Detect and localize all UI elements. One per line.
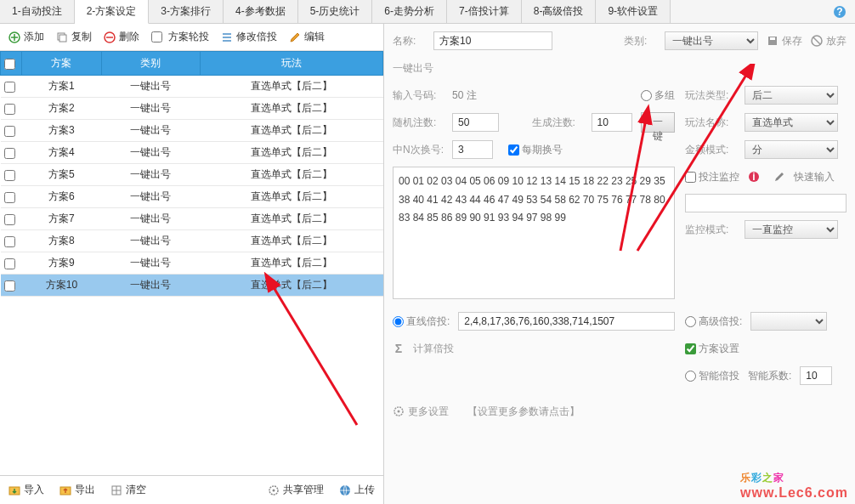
row-checkbox[interactable] bbox=[4, 170, 15, 181]
table-row[interactable]: 方案3一键出号直选单式【后二】 bbox=[1, 120, 383, 142]
export-button[interactable]: 导出 bbox=[59, 483, 95, 497]
cat-select[interactable]: 一键出号 bbox=[665, 31, 758, 50]
row-checkbox[interactable] bbox=[4, 192, 15, 203]
playtype-label: 玩法类型: bbox=[685, 88, 736, 103]
table-row[interactable]: 方案4一键出号直选单式【后二】 bbox=[1, 142, 383, 164]
table-row[interactable]: 方案2一键出号直选单式【后二】 bbox=[1, 98, 383, 120]
calcbet-button[interactable]: Σ 计算倍投 bbox=[393, 338, 675, 359]
info-icon[interactable]: i bbox=[748, 171, 760, 183]
planset-checkbox[interactable]: 方案设置 bbox=[685, 342, 739, 356]
svg-point-10 bbox=[273, 489, 275, 491]
inputnum-label: 输入号码: bbox=[393, 88, 444, 103]
rand-input[interactable] bbox=[452, 113, 499, 132]
each-checkbox[interactable]: 每期换号 bbox=[508, 143, 563, 157]
cell-plan: 方案7 bbox=[22, 208, 102, 230]
row-checkbox[interactable] bbox=[4, 280, 15, 292]
upload-button[interactable]: 上传 bbox=[339, 483, 375, 497]
playtype-select[interactable]: 后二 bbox=[745, 86, 838, 105]
tab-6[interactable]: 7-倍投计算 bbox=[447, 0, 522, 23]
row-checkbox[interactable] bbox=[4, 104, 15, 115]
table-row[interactable]: 方案7一键出号直选单式【后二】 bbox=[1, 208, 383, 230]
table-row[interactable]: 方案1一键出号直选单式【后二】 bbox=[1, 76, 383, 98]
tab-5[interactable]: 6-走势分析 bbox=[372, 0, 447, 23]
export-icon bbox=[59, 484, 71, 496]
row-checkbox[interactable] bbox=[4, 236, 15, 247]
cell-cat: 一键出号 bbox=[101, 98, 200, 120]
cell-plan: 方案10 bbox=[22, 275, 102, 297]
section-title: 一键出号 bbox=[393, 61, 433, 76]
share-button[interactable]: 共享管理 bbox=[268, 483, 324, 497]
tab-8[interactable]: 9-软件设置 bbox=[596, 0, 671, 23]
table-row[interactable]: 方案8一键出号直选单式【后二】 bbox=[1, 230, 383, 252]
add-button[interactable]: 添加 bbox=[8, 30, 44, 44]
monitor-checkbox[interactable]: 投注监控 bbox=[685, 170, 739, 184]
linebet-radio[interactable]: 直线倍投: bbox=[393, 314, 450, 329]
quickin-label[interactable]: 快速输入 bbox=[794, 170, 835, 184]
select-all-checkbox[interactable] bbox=[4, 59, 15, 70]
rotate-button[interactable]: 方案轮投 bbox=[151, 30, 209, 44]
modify-button[interactable]: 修改倍投 bbox=[221, 30, 277, 44]
bottom-toolbar: 导入 导出 清空 共享管理 上传 bbox=[0, 475, 383, 504]
tab-3[interactable]: 4-参考数据 bbox=[224, 0, 298, 23]
row-checkbox[interactable] bbox=[4, 148, 15, 159]
plus-icon bbox=[8, 31, 20, 43]
svg-text:?: ? bbox=[836, 6, 842, 18]
help-icon[interactable]: ? bbox=[824, 0, 855, 23]
more-hint: 【设置更多参数请点击】 bbox=[467, 405, 580, 419]
table-row[interactable]: 方案9一键出号直选单式【后二】 bbox=[1, 252, 383, 275]
row-checkbox[interactable] bbox=[4, 82, 15, 93]
cell-cat: 一键出号 bbox=[101, 120, 200, 142]
gencount-input[interactable] bbox=[592, 113, 632, 132]
main-tabs: 1-自动投注2-方案设定3-方案排行4-参考数据5-历史统计6-走势分析7-倍投… bbox=[0, 0, 855, 24]
tab-2[interactable]: 3-方案排行 bbox=[149, 0, 224, 23]
edit-button[interactable]: 编辑 bbox=[289, 30, 325, 44]
table-row[interactable]: 方案10一键出号直选单式【后二】 bbox=[1, 275, 383, 297]
multi-radio[interactable]: 多组 bbox=[641, 88, 675, 103]
row-checkbox[interactable] bbox=[4, 258, 15, 269]
smartfactor-input[interactable] bbox=[800, 366, 832, 385]
playname-select[interactable]: 直选单式 bbox=[745, 113, 838, 132]
tab-1[interactable]: 2-方案设定 bbox=[75, 0, 150, 24]
cell-cat: 一键出号 bbox=[101, 186, 200, 208]
clear-button[interactable]: 清空 bbox=[110, 483, 146, 497]
cell-plan: 方案5 bbox=[22, 164, 102, 186]
advbet-select[interactable] bbox=[750, 312, 827, 331]
tab-4[interactable]: 5-历史统计 bbox=[298, 0, 373, 23]
inputnum-value: 50 注 bbox=[452, 88, 477, 103]
table-row[interactable]: 方案6一键出号直选单式【后二】 bbox=[1, 186, 383, 208]
linebet-input[interactable] bbox=[458, 312, 675, 331]
quick-input[interactable] bbox=[685, 194, 847, 212]
smartbet-radio[interactable]: 智能倍投 bbox=[685, 369, 739, 383]
advbet-radio[interactable]: 高级倍投: bbox=[685, 314, 742, 329]
onekey-button[interactable]: 一键 bbox=[641, 112, 676, 133]
import-button[interactable]: 导入 bbox=[8, 483, 44, 497]
interval-input[interactable] bbox=[452, 140, 493, 159]
row-checkbox[interactable] bbox=[4, 126, 15, 137]
cell-cat: 一键出号 bbox=[101, 142, 200, 164]
tab-0[interactable]: 1-自动投注 bbox=[0, 0, 75, 23]
cell-play: 直选单式【后二】 bbox=[200, 275, 382, 297]
numbers-box[interactable]: 00 01 02 03 04 05 06 09 10 12 13 14 15 1… bbox=[393, 167, 675, 299]
rotate-checkbox[interactable] bbox=[151, 31, 162, 42]
cell-cat: 一键出号 bbox=[101, 208, 200, 230]
table-row[interactable]: 方案5一键出号直选单式【后二】 bbox=[1, 164, 383, 186]
save-button[interactable]: 保存 bbox=[767, 34, 802, 48]
playname-label: 玩法名称: bbox=[685, 116, 736, 130]
grid-icon bbox=[110, 484, 122, 496]
amount-select[interactable]: 分 bbox=[745, 140, 838, 159]
delete-button[interactable]: 删除 bbox=[104, 30, 139, 44]
row-checkbox[interactable] bbox=[4, 214, 15, 225]
header-checkbox-cell[interactable] bbox=[1, 52, 22, 76]
pencil-icon[interactable] bbox=[773, 171, 785, 183]
monmode-select[interactable]: 一直监控 bbox=[745, 220, 838, 239]
cancel-icon bbox=[811, 35, 823, 47]
cell-play: 直选单式【后二】 bbox=[200, 76, 382, 98]
discard-button[interactable]: 放弃 bbox=[811, 34, 847, 48]
col-play: 玩法 bbox=[200, 52, 382, 76]
copy-button[interactable]: 复制 bbox=[56, 30, 92, 44]
left-toolbar: 添加 复制 删除 方案轮投 修改倍投 编辑 bbox=[0, 24, 383, 51]
name-input[interactable] bbox=[433, 31, 552, 50]
amount-label: 金额模式: bbox=[685, 143, 736, 157]
tab-7[interactable]: 8-高级倍投 bbox=[522, 0, 597, 23]
more-button[interactable]: 更多设置 bbox=[393, 405, 449, 419]
